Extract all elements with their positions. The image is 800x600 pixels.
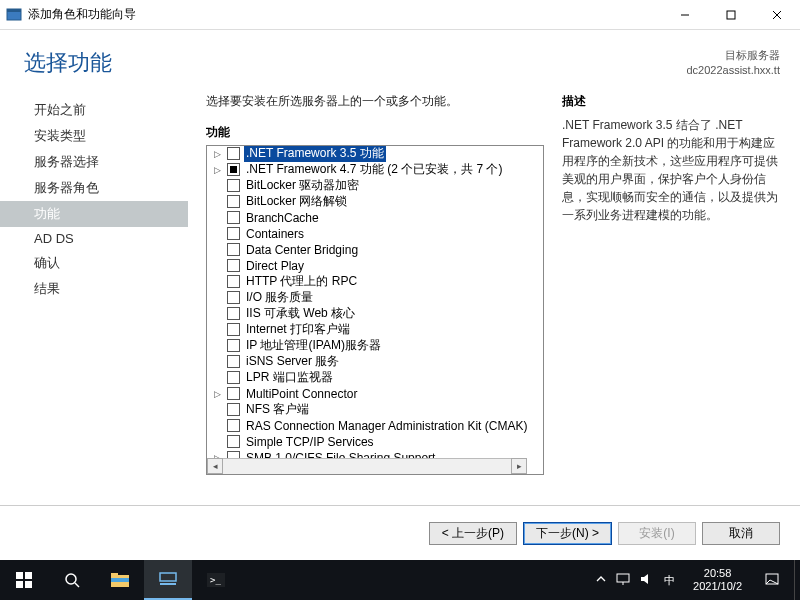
svg-rect-16: [160, 583, 176, 585]
terminal-button[interactable]: >_: [192, 560, 240, 600]
feature-checkbox[interactable]: [227, 339, 240, 352]
feature-row[interactable]: ▷.NET Framework 4.7 功能 (2 个已安装，共 7 个): [207, 162, 543, 178]
header: 选择功能 目标服务器 dc2022assist.hxx.tt: [0, 30, 800, 87]
svg-rect-7: [25, 572, 32, 579]
feature-label: IIS 可承载 Web 核心: [244, 305, 357, 322]
window-title: 添加角色和功能向导: [28, 6, 662, 23]
close-button[interactable]: [754, 0, 800, 30]
feature-row[interactable]: iSNS Server 服务: [207, 354, 543, 370]
feature-checkbox[interactable]: [227, 419, 240, 432]
feature-row[interactable]: LPR 端口监视器: [207, 370, 543, 386]
feature-checkbox[interactable]: [227, 323, 240, 336]
feature-checkbox[interactable]: [227, 371, 240, 384]
nav-item[interactable]: 服务器角色: [0, 175, 188, 201]
network-icon[interactable]: [616, 573, 630, 587]
feature-checkbox[interactable]: [227, 147, 240, 160]
feature-row[interactable]: ▷MultiPoint Connector: [207, 386, 543, 402]
nav-item[interactable]: 安装类型: [0, 123, 188, 149]
nav-item[interactable]: 确认: [0, 250, 188, 276]
feature-row[interactable]: Direct Play: [207, 258, 543, 274]
feature-row[interactable]: I/O 服务质量: [207, 290, 543, 306]
feature-checkbox[interactable]: [227, 179, 240, 192]
expander-icon[interactable]: ▷: [211, 165, 223, 175]
feature-checkbox[interactable]: [227, 259, 240, 272]
taskbar: >_ 中 20:58 2021/10/2: [0, 560, 800, 600]
scroll-track[interactable]: [223, 458, 511, 474]
ime-indicator[interactable]: 中: [664, 573, 675, 588]
feature-label: IP 地址管理(IPAM)服务器: [244, 337, 383, 354]
tray-chevron-icon[interactable]: [596, 574, 606, 586]
feature-checkbox[interactable]: [227, 275, 240, 288]
title-bar: 添加角色和功能向导: [0, 0, 800, 30]
start-button[interactable]: [0, 560, 48, 600]
feature-row[interactable]: HTTP 代理上的 RPC: [207, 274, 543, 290]
feature-tree-scroll[interactable]: ▷.NET Framework 3.5 功能▷.NET Framework 4.…: [207, 146, 543, 474]
clock[interactable]: 20:58 2021/10/2: [685, 567, 750, 593]
svg-rect-6: [16, 572, 23, 579]
feature-checkbox[interactable]: [227, 243, 240, 256]
feature-label: HTTP 代理上的 RPC: [244, 273, 359, 290]
file-explorer-button[interactable]: [96, 560, 144, 600]
show-desktop-button[interactable]: [794, 560, 800, 600]
notifications-button[interactable]: [750, 560, 794, 600]
expander-icon[interactable]: ▷: [211, 389, 223, 399]
feature-label: Simple TCP/IP Services: [244, 435, 376, 449]
feature-row[interactable]: BranchCache: [207, 210, 543, 226]
maximize-button[interactable]: [708, 0, 754, 30]
description-heading: 描述: [562, 93, 780, 110]
search-button[interactable]: [48, 560, 96, 600]
next-button[interactable]: 下一步(N) >: [523, 522, 612, 545]
feature-row[interactable]: NFS 客户端: [207, 402, 543, 418]
install-button[interactable]: 安装(I): [618, 522, 696, 545]
feature-checkbox[interactable]: [227, 403, 240, 416]
feature-label: BitLocker 驱动器加密: [244, 177, 361, 194]
feature-checkbox[interactable]: [227, 163, 240, 176]
scroll-left-icon[interactable]: ◂: [207, 458, 223, 474]
feature-row[interactable]: Simple TCP/IP Services: [207, 434, 543, 450]
feature-row[interactable]: ▷.NET Framework 3.5 功能: [207, 146, 543, 162]
feature-label: .NET Framework 3.5 功能: [244, 146, 386, 163]
feature-checkbox[interactable]: [227, 307, 240, 320]
feature-label: LPR 端口监视器: [244, 369, 335, 386]
cancel-button[interactable]: 取消: [702, 522, 780, 545]
nav-item[interactable]: AD DS: [0, 227, 188, 250]
prompt-text: 选择要安装在所选服务器上的一个或多个功能。: [206, 93, 544, 110]
sound-icon[interactable]: [640, 573, 654, 587]
feature-checkbox[interactable]: [227, 195, 240, 208]
clock-time: 20:58: [693, 567, 742, 580]
minimize-button[interactable]: [662, 0, 708, 30]
nav-item[interactable]: 开始之前: [0, 97, 188, 123]
feature-row[interactable]: IP 地址管理(IPAM)服务器: [207, 338, 543, 354]
wizard-nav: 开始之前安装类型服务器选择服务器角色功能AD DS确认结果: [0, 87, 188, 505]
feature-checkbox[interactable]: [227, 227, 240, 240]
nav-item[interactable]: 功能: [0, 201, 188, 227]
server-manager-button[interactable]: [144, 560, 192, 600]
horizontal-scrollbar[interactable]: ◂ ▸: [207, 458, 527, 474]
svg-text:>_: >_: [210, 575, 221, 585]
feature-row[interactable]: BitLocker 驱动器加密: [207, 178, 543, 194]
feature-row[interactable]: Data Center Bridging: [207, 242, 543, 258]
feature-label: Containers: [244, 227, 306, 241]
nav-item[interactable]: 服务器选择: [0, 149, 188, 175]
scroll-right-icon[interactable]: ▸: [511, 458, 527, 474]
feature-row[interactable]: IIS 可承载 Web 核心: [207, 306, 543, 322]
feature-checkbox[interactable]: [227, 211, 240, 224]
app-icon: [6, 7, 22, 23]
feature-row[interactable]: Containers: [207, 226, 543, 242]
svg-rect-9: [25, 581, 32, 588]
feature-tree: ▷.NET Framework 3.5 功能▷.NET Framework 4.…: [206, 145, 544, 475]
feature-row[interactable]: RAS Connection Manager Administration Ki…: [207, 418, 543, 434]
feature-checkbox[interactable]: [227, 387, 240, 400]
nav-item[interactable]: 结果: [0, 276, 188, 302]
feature-checkbox[interactable]: [227, 355, 240, 368]
expander-icon[interactable]: ▷: [211, 149, 223, 159]
previous-button[interactable]: < 上一步(P): [429, 522, 517, 545]
svg-rect-13: [111, 573, 118, 577]
feature-row[interactable]: Internet 打印客户端: [207, 322, 543, 338]
feature-label: BitLocker 网络解锁: [244, 193, 349, 210]
feature-checkbox[interactable]: [227, 291, 240, 304]
feature-checkbox[interactable]: [227, 435, 240, 448]
feature-label: Data Center Bridging: [244, 243, 360, 257]
target-server-info: 目标服务器 dc2022assist.hxx.tt: [686, 48, 780, 79]
feature-row[interactable]: BitLocker 网络解锁: [207, 194, 543, 210]
